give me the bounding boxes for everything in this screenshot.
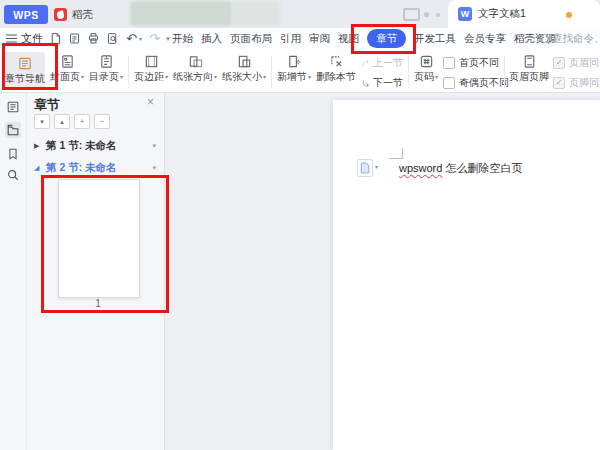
footer-same-prev-checkbox[interactable]: ✓ 页脚同前节 bbox=[553, 76, 600, 90]
dropdown-caret-icon: ▾ bbox=[120, 74, 123, 80]
tab-review[interactable]: 审阅 bbox=[309, 32, 330, 46]
redo-icon: ↷ bbox=[149, 32, 160, 45]
header-footer-button[interactable]: 页眉页脚 bbox=[510, 52, 548, 83]
page-number-icon bbox=[419, 54, 434, 69]
diff-odd-even-label: 奇偶页不同 bbox=[459, 76, 509, 90]
tab-membership[interactable]: 会员专享 bbox=[464, 32, 506, 46]
tab-references[interactable]: 引用 bbox=[280, 32, 301, 46]
unsaved-indicator-dot bbox=[566, 12, 572, 18]
header-same-prev-label: 页眉同前节 bbox=[569, 56, 600, 70]
group-separator bbox=[504, 56, 505, 88]
new-section-button[interactable]: 新增节▾ bbox=[277, 52, 311, 83]
misspelled-word: wpsword bbox=[399, 162, 442, 174]
highlight-box-nav-button bbox=[2, 43, 58, 90]
outline-pane-icon bbox=[6, 100, 20, 114]
next-section-label: 下一节 bbox=[373, 76, 403, 90]
close-icon[interactable]: × bbox=[147, 95, 154, 109]
print-preview-icon bbox=[106, 32, 119, 45]
ribbon: 章节导航 封面页▾ 目录页▾ 页边距▾ 纸张方向▾ 纸张大 bbox=[0, 49, 600, 93]
print-button[interactable] bbox=[86, 28, 101, 49]
orientation-label: 纸张方向 bbox=[173, 71, 213, 83]
search-placeholder: 查找命令、搜 bbox=[552, 32, 600, 46]
search-pane-icon bbox=[6, 168, 20, 182]
group-separator bbox=[128, 56, 129, 88]
different-first-page-checkbox[interactable]: 首页不同 bbox=[443, 56, 499, 70]
margins-button[interactable]: 页边距▾ bbox=[134, 52, 168, 83]
dropdown-caret-icon: ▾ bbox=[435, 74, 438, 80]
next-section-icon bbox=[361, 78, 370, 89]
docer-tab[interactable]: 稻壳 bbox=[54, 5, 93, 24]
outline-pane-button[interactable] bbox=[5, 99, 21, 115]
tab-home[interactable]: 开始 bbox=[172, 32, 193, 46]
section-item-1[interactable]: ▶ 第 1 节: 未命名 ▾ bbox=[27, 136, 164, 156]
delete-section-label: 删除本节 bbox=[316, 71, 356, 83]
document-tab[interactable]: W 文字文稿1 bbox=[448, 0, 600, 28]
background-window-blur bbox=[130, 1, 232, 26]
sections-pane-button[interactable] bbox=[5, 122, 21, 138]
document-page[interactable] bbox=[333, 100, 600, 450]
export-pdf-button[interactable] bbox=[67, 28, 82, 49]
toc-page-button[interactable]: 目录页▾ bbox=[89, 52, 123, 83]
prev-section-button[interactable]: 上一节 bbox=[361, 56, 403, 70]
diff-first-page-label: 首页不同 bbox=[459, 56, 499, 70]
page-number-label: 页码 bbox=[414, 71, 434, 83]
tab-insert[interactable]: 插入 bbox=[201, 32, 222, 46]
prev-section-label: 上一节 bbox=[373, 56, 403, 70]
tab-page-layout[interactable]: 页面布局 bbox=[230, 32, 272, 46]
section-nav-stack: 上一节 下一节 bbox=[361, 52, 403, 90]
writer-doc-icon: W bbox=[458, 7, 472, 21]
header-same-prev-checkbox[interactable]: ✓ 页眉同前节 bbox=[553, 56, 600, 70]
redo-button[interactable]: ↷ bbox=[147, 28, 162, 49]
different-odd-even-checkbox[interactable]: 奇偶页不同 bbox=[443, 76, 499, 90]
margins-icon bbox=[144, 54, 159, 69]
undo-button[interactable]: ↶ ▾ bbox=[124, 28, 144, 49]
menu-row: 文件 ↶ ▾ ↷ ▾ 开始 插入 页面布局 引用 审阅 视图 章节 开发工具 会… bbox=[0, 28, 600, 49]
zoom-out-thumbs-button[interactable]: − bbox=[94, 114, 110, 129]
docer-tab-label: 稻壳 bbox=[72, 8, 93, 22]
page-number-button[interactable]: 页码▾ bbox=[414, 52, 438, 83]
background-dot bbox=[424, 12, 429, 17]
section-1-label: 第 1 节: 未命名 bbox=[46, 139, 117, 153]
wps-home-button[interactable]: WPS bbox=[4, 5, 48, 24]
section-menu-caret-icon[interactable]: ▾ bbox=[152, 164, 156, 172]
document-tab-title: 文字文稿1 bbox=[478, 7, 526, 21]
zoom-in-thumbs-button[interactable]: + bbox=[74, 114, 90, 129]
expand-all-button[interactable]: ▴ bbox=[54, 114, 70, 129]
search-pane-button[interactable] bbox=[5, 167, 21, 183]
checkbox-icon bbox=[443, 57, 455, 69]
dropdown-caret-icon: ▾ bbox=[263, 74, 266, 80]
new-section-label: 新增节 bbox=[277, 71, 307, 83]
same-as-prev-stack: ✓ 页眉同前节 ✓ 页脚同前节 bbox=[553, 52, 600, 90]
section-2-label: 第 2 节: 未命名 bbox=[46, 161, 117, 175]
expanded-caret-icon[interactable]: ◢ bbox=[34, 164, 42, 172]
paste-options-icon bbox=[357, 159, 373, 177]
export-pdf-icon bbox=[68, 32, 81, 45]
panel-title: 章节 bbox=[34, 96, 60, 114]
document-text-rest: 怎么删除空白页 bbox=[442, 162, 522, 174]
delete-section-button[interactable]: 删除本节 bbox=[316, 52, 356, 83]
document-text[interactable]: wpsword 怎么删除空白页 bbox=[399, 161, 522, 176]
print-icon bbox=[87, 32, 100, 45]
next-section-button[interactable]: 下一节 bbox=[361, 76, 403, 90]
header-footer-icon bbox=[522, 54, 537, 69]
orientation-button[interactable]: 纸张方向▾ bbox=[173, 52, 217, 83]
collapsed-caret-icon[interactable]: ▶ bbox=[34, 142, 42, 150]
print-preview-button[interactable] bbox=[105, 28, 120, 49]
bookmark-pane-icon bbox=[6, 147, 20, 161]
paper-size-button[interactable]: 纸张大小▾ bbox=[222, 52, 266, 83]
collapse-all-button[interactable]: ▾ bbox=[34, 114, 50, 129]
paper-size-label: 纸张大小 bbox=[222, 71, 262, 83]
paste-options-button[interactable]: ▾ bbox=[357, 159, 378, 177]
new-section-icon bbox=[287, 54, 302, 69]
delete-section-icon bbox=[329, 54, 344, 69]
command-search-box[interactable]: 查找命令、搜 bbox=[540, 28, 600, 49]
group-separator bbox=[271, 56, 272, 88]
section-menu-caret-icon[interactable]: ▾ bbox=[152, 142, 156, 150]
tab-dev-tools[interactable]: 开发工具 bbox=[414, 32, 456, 46]
paper-size-icon bbox=[237, 54, 252, 69]
checkbox-icon bbox=[443, 77, 455, 89]
sections-pane-icon bbox=[6, 123, 20, 137]
checkbox-checked-icon: ✓ bbox=[553, 77, 565, 89]
bookmark-pane-button[interactable] bbox=[5, 146, 21, 162]
dropdown-caret-icon: ▾ bbox=[165, 74, 168, 80]
